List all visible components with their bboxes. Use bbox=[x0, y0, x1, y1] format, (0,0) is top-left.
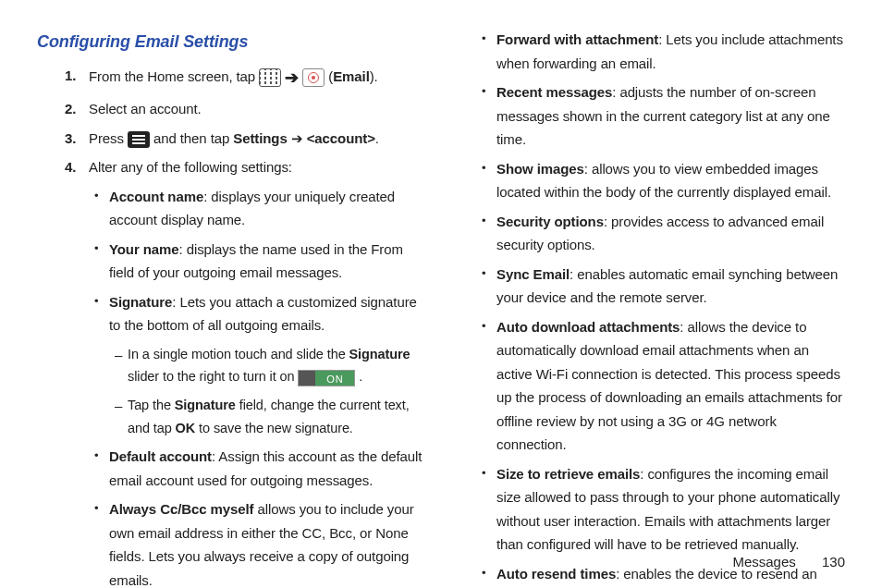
step-4: 4. Alter any of the following settings: bbox=[37, 155, 423, 179]
email-label: Email bbox=[333, 68, 370, 84]
step3-arrow: ➔ bbox=[288, 130, 307, 146]
section-heading: Configuring Email Settings bbox=[37, 28, 423, 56]
footer-section: Messages bbox=[732, 554, 795, 570]
bullet-always-cc-bcc: • Always Cc/Bcc myself allows you to inc… bbox=[37, 497, 423, 588]
step-2: 2. Select an account. bbox=[37, 97, 423, 121]
footer-page-number: 130 bbox=[822, 554, 845, 570]
bullet-account-name: • Account name: displays your uniquely c… bbox=[37, 185, 423, 232]
page-footer: Messages 130 bbox=[732, 554, 845, 570]
bullet-signature: • Signature: Lets you attach a customize… bbox=[37, 290, 423, 337]
on-switch-icon: ON bbox=[298, 370, 355, 386]
bullet-forward-attachment: • Forward with attachment: Lets you incl… bbox=[459, 28, 845, 75]
account-label: <account> bbox=[307, 130, 375, 146]
dash-signature-slider: – In a single motion touch and slide the… bbox=[37, 343, 423, 388]
bullet-size-retrieve: • Size to retrieve emails: configures th… bbox=[459, 462, 845, 557]
step-1: 1. From the Home screen, tap ➔ (Email). bbox=[37, 64, 423, 92]
email-app-icon bbox=[302, 68, 325, 87]
bullet-default-account: • Default account: Assign this account a… bbox=[37, 445, 423, 492]
menu-button-icon bbox=[128, 131, 150, 148]
apps-grid-icon bbox=[259, 68, 281, 87]
settings-label: Settings bbox=[233, 130, 287, 146]
dash-signature-edit: – Tap the Signature field, change the cu… bbox=[37, 394, 423, 439]
bullet-show-images: • Show images: allows you to view embedd… bbox=[459, 157, 845, 204]
bullet-recent-messages: • Recent messages: adjusts the number of… bbox=[459, 80, 845, 152]
bullet-your-name: • Your name: displays the name used in t… bbox=[37, 238, 423, 285]
bullet-sync-email: • Sync Email: enables automatic email sy… bbox=[459, 263, 845, 310]
step3-pre: Press bbox=[89, 130, 128, 146]
step3-end: . bbox=[375, 130, 379, 146]
step1-text-end: ). bbox=[370, 68, 378, 84]
bullet-security-options: • Security options: provides access to a… bbox=[459, 210, 845, 257]
arrow-icon: ➔ bbox=[285, 68, 299, 87]
step-3: 3. Press and then tap Settings ➔ <accoun… bbox=[37, 127, 423, 151]
step3-mid: and then tap bbox=[153, 130, 233, 146]
step1-text-pre: From the Home screen, tap bbox=[89, 68, 259, 84]
bullet-auto-download: • Auto download attachments: allows the … bbox=[459, 315, 845, 457]
